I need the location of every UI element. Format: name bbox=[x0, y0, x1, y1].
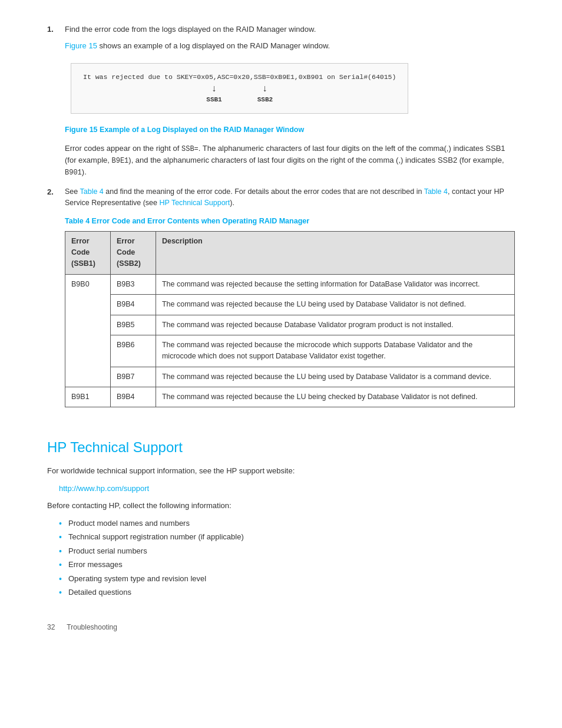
support-bullet-list: Product model names and numbersTechnical… bbox=[59, 518, 515, 598]
figure-ref-line: Figure 15 shows an example of a log disp… bbox=[65, 40, 515, 52]
b9e1-code: B9E1 bbox=[111, 157, 128, 165]
table-title: Table 4 Error Code and Error Contents wh… bbox=[65, 216, 515, 227]
table4-link-2[interactable]: Table 4 bbox=[424, 187, 448, 196]
ssb2-label: SSB2 bbox=[257, 95, 273, 105]
figure-explanation: Error codes appear on the right of SSB=.… bbox=[65, 143, 515, 178]
ssb2-arrow: ↓ SSB2 bbox=[257, 84, 273, 105]
ssb2-cell: B9B7 bbox=[110, 367, 156, 387]
col-header-ssb1: Error Code(SSB1) bbox=[65, 231, 111, 274]
col-header-ssb2: Error Code(SSB2) bbox=[110, 231, 156, 274]
ssb2-cell: B9B3 bbox=[110, 274, 156, 294]
desc-cell: The command was rejected because the set… bbox=[156, 274, 514, 294]
footer-page-num: 32 bbox=[47, 622, 55, 633]
footer: 32 Troubleshooting bbox=[47, 622, 515, 633]
support-para-1: For worldwide technical support informat… bbox=[47, 465, 515, 477]
support-section-title: HP Technical Support bbox=[47, 437, 515, 458]
ssb1-cell-b9b0: B9B0 bbox=[65, 274, 111, 387]
bullet-item: Operating system type and revision level bbox=[59, 573, 515, 585]
bullet-item: Technical support registration number (i… bbox=[59, 531, 515, 543]
table-row: B9B0B9B3The command was rejected because… bbox=[65, 274, 515, 294]
bullet-item: Product serial numbers bbox=[59, 545, 515, 557]
ssb1-cell-b9b1: B9B1 bbox=[65, 387, 111, 407]
hp-support-link[interactable]: HP Technical Support bbox=[160, 199, 230, 207]
step-2-block: 2. See Table 4 and find the meaning of t… bbox=[47, 186, 515, 426]
step-1-block: 1. Find the error code from the logs dis… bbox=[47, 24, 515, 178]
bullet-item: Error messages bbox=[59, 559, 515, 571]
col-header-desc: Description bbox=[156, 231, 514, 274]
support-url-line: http://www.hp.com/support bbox=[59, 483, 515, 495]
arrow-area: ↓ SSB1 ↓ SSB2 bbox=[83, 84, 396, 105]
bullet-item: Product model names and numbers bbox=[59, 518, 515, 529]
support-url-link[interactable]: http://www.hp.com/support bbox=[59, 484, 149, 493]
table-row: B9B6The command was rejected because the… bbox=[65, 335, 515, 367]
ssb1-arrow: ↓ SSB1 bbox=[206, 84, 222, 105]
ssb2-cell: B9B5 bbox=[110, 315, 156, 335]
figure-15-link[interactable]: Figure 15 bbox=[65, 41, 97, 50]
hp-support-section: HP Technical Support For worldwide techn… bbox=[47, 437, 515, 598]
b901-code: B901 bbox=[65, 169, 82, 177]
desc-cell: The command was rejected because the LU … bbox=[156, 387, 514, 407]
ssb-code: SSB= bbox=[181, 145, 199, 153]
step-1-text: Find the error code from the logs displa… bbox=[65, 24, 515, 35]
table-row: B9B4The command was rejected because the… bbox=[65, 295, 515, 315]
error-code-table: Error Code(SSB1) Error Code(SSB2) Descri… bbox=[65, 231, 515, 408]
table-row: B9B7The command was rejected because the… bbox=[65, 367, 515, 387]
step-2-text: See Table 4 and find the meaning of the … bbox=[65, 186, 515, 209]
ssb2-cell: B9B6 bbox=[110, 335, 156, 367]
support-para-2: Before contacting HP, collect the follow… bbox=[47, 500, 515, 512]
table4-link-1[interactable]: Table 4 bbox=[80, 187, 104, 196]
ssb2-cell: B9B4 bbox=[110, 387, 156, 407]
footer-section: Troubleshooting bbox=[67, 622, 117, 633]
desc-cell: The command was rejected because the LU … bbox=[156, 367, 514, 387]
desc-cell: The command was rejected because the LU … bbox=[156, 295, 514, 315]
figure-caption-text: Figure 15 Example of a Log Displayed on … bbox=[65, 126, 304, 134]
table-row: B9B1B9B4The command was rejected because… bbox=[65, 387, 515, 407]
table-header-row: Error Code(SSB1) Error Code(SSB2) Descri… bbox=[65, 231, 515, 274]
table-row: B9B5The command was rejected because Dat… bbox=[65, 315, 515, 335]
ssb1-label: SSB1 bbox=[206, 95, 222, 105]
step-1-number: 1. bbox=[47, 24, 58, 178]
step-2-number: 2. bbox=[47, 186, 58, 426]
ssb2-cell: B9B4 bbox=[110, 295, 156, 315]
bullet-item: Detailed questions bbox=[59, 587, 515, 598]
desc-cell: The command was rejected because Databas… bbox=[156, 315, 514, 335]
step-1-content: Find the error code from the logs displa… bbox=[65, 24, 515, 178]
code-example-figure: It was rejected due to SKEY=0x05,ASC=0x2… bbox=[71, 63, 408, 114]
code-example-text: It was rejected due to SKEY=0x05,ASC=0x2… bbox=[83, 73, 396, 81]
ssb1-arrow-icon: ↓ bbox=[211, 84, 217, 94]
desc-cell: The command was rejected because the mic… bbox=[156, 335, 514, 367]
figure-ref-desc: shows an example of a log displayed on t… bbox=[97, 41, 330, 50]
step-2-content: See Table 4 and find the meaning of the … bbox=[65, 186, 515, 426]
code-example-block: It was rejected due to SKEY=0x05,ASC=0x2… bbox=[71, 57, 515, 120]
figure-caption: Figure 15 Example of a Log Displayed on … bbox=[65, 124, 515, 136]
ssb2-arrow-icon: ↓ bbox=[262, 84, 268, 94]
